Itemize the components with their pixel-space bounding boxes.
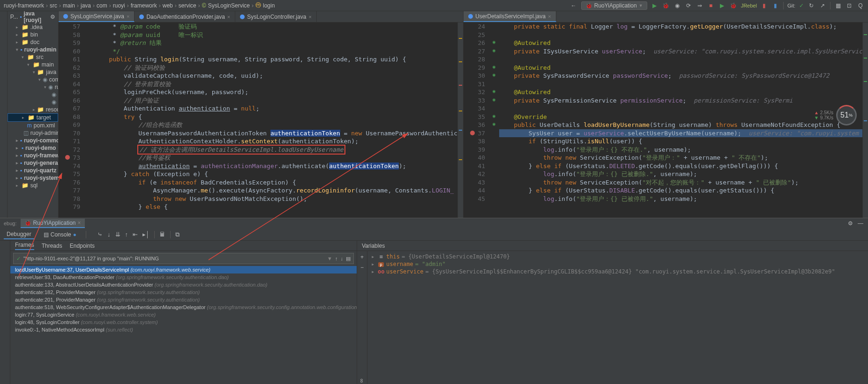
- code-right[interactable]: private static final Logger log = Logger…: [499, 22, 862, 218]
- variable-row[interactable]: ▸≡this = {UserDetailsServiceImpl@12470}: [371, 253, 864, 260]
- stack-frame[interactable]: authenticate:133, AbstractUserDetailsAut…: [10, 281, 357, 288]
- tree-item[interactable]: ▸▪ruoyi-generator: [7, 159, 58, 167]
- drop-frame-icon[interactable]: ⇤: [133, 231, 138, 238]
- bc-3[interactable]: java: [81, 2, 91, 9]
- bc-7[interactable]: web: [163, 2, 173, 9]
- gutter-bean-icon[interactable]: ◉: [491, 96, 497, 103]
- jrebel-debug-icon[interactable]: 🐞: [730, 2, 737, 9]
- step-into-icon[interactable]: ↓: [107, 231, 111, 238]
- run-to-cursor-icon[interactable]: ▸│: [142, 231, 150, 238]
- stack-frame[interactable]: login:48, SysLoginController (com.ruoyi.…: [10, 318, 357, 326]
- tree-item[interactable]: ◉: [7, 91, 58, 98]
- force-step-into-icon[interactable]: ⇊: [115, 231, 120, 238]
- trace-icon[interactable]: ⧉: [175, 231, 180, 238]
- tree-item[interactable]: ▸📁sql: [7, 182, 58, 189]
- git-push-icon[interactable]: ↗: [819, 2, 826, 9]
- stripe-bar-right[interactable]: [862, 22, 868, 218]
- bc-5[interactable]: ruoyi: [113, 2, 125, 9]
- tree-item[interactable]: ▾📁main: [7, 61, 58, 68]
- close-icon[interactable]: ×: [77, 220, 81, 226]
- breakpoint-icon[interactable]: [65, 155, 70, 160]
- tree-item[interactable]: ▾◉com: [7, 76, 58, 83]
- gear-icon[interactable]: ⚙: [50, 14, 55, 20]
- add-watch-icon[interactable]: +: [360, 254, 364, 260]
- tree-item[interactable]: mpom.xml: [7, 122, 58, 129]
- bc-10[interactable]: login: [263, 2, 275, 9]
- gutter-bean-icon[interactable]: ◉: [491, 72, 497, 78]
- editor-tab[interactable]: SysLoginController.java×: [235, 11, 317, 22]
- tree-item[interactable]: ▾◉ruc: [7, 83, 58, 91]
- tree-item[interactable]: ▾▪ruoyi-admin: [7, 46, 58, 53]
- stop-icon[interactable]: ■: [707, 2, 715, 9]
- flag-icon[interactable]: ▮: [761, 2, 768, 9]
- gutter-bean-icon[interactable]: ◉: [491, 47, 497, 54]
- gear-icon[interactable]: ⚙: [846, 220, 854, 227]
- bc-4[interactable]: com: [97, 2, 107, 9]
- tree-item[interactable]: ▾📁src: [7, 53, 58, 61]
- gutter-bean-icon[interactable]: ◉: [491, 88, 497, 95]
- debug-icon[interactable]: 🐞: [662, 2, 670, 9]
- console-tab[interactable]: ▤ Console ●: [41, 230, 79, 239]
- minimize-icon[interactable]: —: [857, 220, 864, 227]
- tree-item[interactable]: ▸▪ruoyi-system: [7, 174, 58, 182]
- step-out-icon[interactable]: ↑: [125, 231, 128, 238]
- tree-item[interactable]: ◫ruoyi-admin.iml: [7, 129, 58, 137]
- jrebel-run-icon[interactable]: ▶: [718, 2, 726, 9]
- filter-icon[interactable]: ▤: [346, 256, 351, 262]
- remove-watch-icon[interactable]: −: [360, 264, 364, 271]
- perf-circle[interactable]: 51%: [836, 105, 857, 126]
- attach-icon[interactable]: ⇒: [696, 2, 703, 9]
- git-pull-icon[interactable]: ↻: [808, 2, 815, 9]
- stack-frame[interactable]: authenticate:182, ProviderManager (org.s…: [10, 288, 357, 296]
- endpoints-tab[interactable]: Endpoints: [70, 243, 95, 249]
- debug-session-tab[interactable]: 🐞 RuoYiApplication ×: [21, 219, 85, 228]
- prev-frame-icon[interactable]: ↑: [335, 256, 338, 262]
- frames-tab[interactable]: Frames: [15, 242, 34, 250]
- gutter-bean-icon[interactable]: ◉: [491, 39, 497, 45]
- run-icon[interactable]: ▶: [651, 2, 658, 9]
- tree-item[interactable]: ▸📁resources: [7, 106, 58, 113]
- git-checkmark-icon[interactable]: ✓: [799, 2, 804, 9]
- stripe-bar-left[interactable]: [457, 22, 463, 218]
- evaluate-icon[interactable]: 🖩: [159, 231, 165, 238]
- editor-tab[interactable]: SysLoginService.java×: [59, 11, 135, 22]
- code-left[interactable]: * @param code 验证码 * @param uuid 唯一标识 * @…: [94, 22, 457, 218]
- close-icon[interactable]: ×: [127, 14, 129, 19]
- bc-6[interactable]: framework: [131, 2, 157, 9]
- close-icon[interactable]: ×: [548, 14, 551, 19]
- threads-tab[interactable]: Threads: [42, 243, 62, 249]
- bc-0[interactable]: ruoyi-framework: [4, 2, 44, 9]
- tree-item[interactable]: ◉: [7, 98, 58, 106]
- run-config-selector[interactable]: 🐞 RuoYiApplication ▼: [581, 1, 647, 10]
- breakpoint-icon[interactable]: [470, 131, 475, 135]
- gutter-bean-icon[interactable]: ◉: [491, 64, 497, 70]
- close-icon[interactable]: ×: [308, 14, 311, 20]
- tree-item[interactable]: ▸📁target: [7, 113, 58, 122]
- stack-frame[interactable]: login:77, SysLoginService (com.ruoyi.fra…: [10, 311, 357, 318]
- db-icon[interactable]: ▦: [834, 2, 842, 9]
- tree-item[interactable]: ▸📁doc: [7, 38, 58, 46]
- close-icon[interactable]: ×: [227, 14, 230, 20]
- variable-row[interactable]: ▸oouserService = {SysUserServiceImpl$$En…: [371, 268, 864, 275]
- stack-frame[interactable]: retrieveUser:93, DaoAuthenticationProvid…: [10, 273, 357, 281]
- link-icon[interactable]: ∞: [359, 379, 366, 383]
- debugger-tab[interactable]: Debugger: [4, 230, 34, 239]
- project-header[interactable]: P... ▪ java [ruoyi] ⚙: [7, 11, 58, 22]
- back-icon[interactable]: ←: [570, 2, 577, 9]
- search-icon[interactable]: Q: [857, 2, 864, 9]
- zoom-icon[interactable]: ⊡: [846, 2, 853, 9]
- next-frame-icon[interactable]: ↓: [341, 256, 344, 262]
- tree-item[interactable]: ▸▪ruoyi-common: [7, 137, 58, 144]
- gutter-bean-icon[interactable]: ◉: [491, 121, 497, 127]
- bc-9[interactable]: SysLoginService: [208, 2, 250, 9]
- bc-8[interactable]: service: [179, 2, 196, 9]
- variable-row[interactable]: ▸pusername = "admin": [371, 260, 864, 268]
- tree-item[interactable]: ▸▪ruoyi-framework: [7, 152, 58, 159]
- bc-2[interactable]: main: [63, 2, 75, 9]
- tree-item[interactable]: ▸▪ruoyi-demo: [7, 144, 58, 152]
- editor-tab[interactable]: UserDetailsServiceImpl.java×: [464, 11, 556, 22]
- bc-1[interactable]: src: [50, 2, 57, 9]
- editor-tab[interactable]: DaoAuthenticationProvider.java×: [135, 11, 235, 22]
- profile-icon[interactable]: ⟳: [685, 2, 692, 9]
- thread-selector[interactable]: ✓ "http-nio-9101-exec-2"@11,127 in group…: [13, 253, 354, 264]
